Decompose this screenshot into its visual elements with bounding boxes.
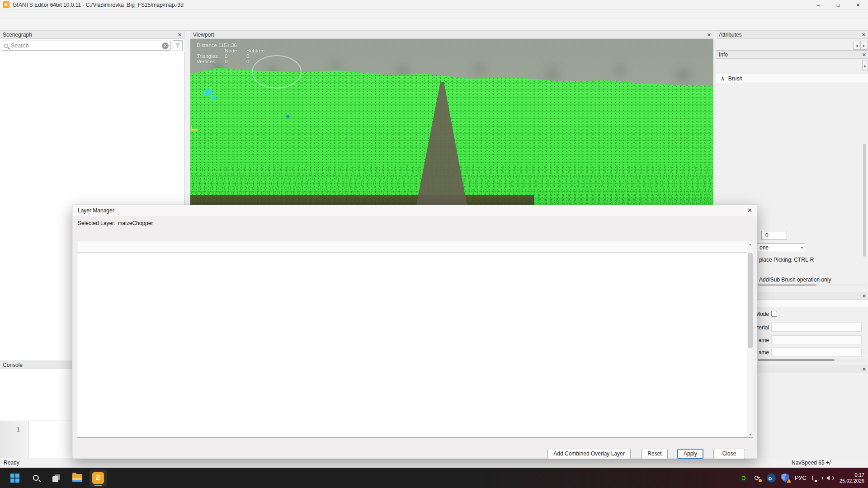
language-indicator[interactable]: РУС bbox=[795, 474, 807, 481]
windows-taskbar: Ƨ ⟳ РУС 0:17 25.02.2026 bbox=[0, 468, 868, 488]
network-tray-icon[interactable] bbox=[811, 474, 821, 483]
close-dialog-button[interactable]: Close bbox=[713, 449, 745, 459]
minimize-button[interactable]: – bbox=[808, 0, 828, 10]
viewport-close-icon[interactable]: ✕ bbox=[707, 31, 711, 39]
search-placeholder: Search bbox=[11, 42, 162, 49]
maximize-button[interactable]: □ bbox=[828, 0, 848, 10]
name-field-2[interactable] bbox=[771, 347, 862, 357]
search-icon bbox=[33, 475, 39, 481]
tab-scroll-right-icon[interactable]: ▸ bbox=[860, 41, 868, 50]
windows-logo-icon bbox=[10, 474, 19, 483]
addsub-hint-text: Add/Sub Brush operation only bbox=[759, 277, 831, 283]
scenegraph-header: Scenegraph ✕ bbox=[0, 31, 184, 39]
taskbar-clock[interactable]: 0:17 25.02.2026 bbox=[840, 472, 864, 484]
layer-table-scrollbar[interactable]: ▴ ▾ bbox=[747, 241, 753, 437]
reset-button[interactable]: Reset bbox=[642, 449, 668, 459]
info-tabs bbox=[716, 59, 868, 72]
layer-table-header bbox=[77, 241, 753, 253]
status-ready: Ready bbox=[4, 458, 19, 468]
attributes-tab-scroll: ◂▸ bbox=[853, 41, 868, 50]
info-close-icon[interactable]: ✕ bbox=[862, 51, 866, 59]
attributes-header: Attributes ✕ bbox=[716, 31, 868, 39]
scenegraph-close-icon[interactable]: ✕ bbox=[178, 31, 182, 39]
selected-layer-line: Selected Layer:maizeChopper bbox=[78, 220, 153, 226]
search-clear-icon[interactable]: ✕ bbox=[162, 42, 169, 49]
status-bar: Ready NavSpeed 65 +/- bbox=[0, 458, 868, 468]
layer-manager-titlebar[interactable]: Layer Manager ✕ bbox=[72, 205, 757, 216]
attributes-tabs bbox=[716, 39, 868, 51]
tab-scroll-left-icon[interactable]: ◂ bbox=[853, 41, 860, 50]
bottom-section-close-icon[interactable]: ✕ bbox=[862, 365, 866, 373]
yellow-marker bbox=[191, 126, 198, 131]
taskbar-apps: Ƨ bbox=[6, 468, 107, 488]
search-input[interactable]: Search ✕ bbox=[2, 41, 171, 51]
console-title: Console bbox=[3, 362, 23, 368]
selected-layer-value: maizeChopper bbox=[118, 220, 153, 226]
apply-button[interactable]: Apply bbox=[677, 449, 703, 459]
layer-manager-dialog: Layer Manager ✕ Selected Layer:maizeChop… bbox=[72, 205, 757, 459]
brush-section-title: Brush bbox=[728, 75, 742, 82]
attributes-close-icon[interactable]: ✕ bbox=[862, 31, 866, 39]
name-field-1[interactable] bbox=[771, 335, 862, 344]
add-combined-overlay-layer-button[interactable]: Add Combined Overlay Layer bbox=[547, 449, 631, 459]
active-app-indicator bbox=[94, 485, 102, 486]
paint-section-close-icon[interactable]: ✕ bbox=[862, 292, 866, 300]
attributes-title: Attributes bbox=[719, 32, 742, 38]
layer-manager-title: Layer Manager bbox=[78, 205, 114, 216]
volume-tray-icon[interactable] bbox=[826, 474, 835, 483]
sync-tray-icon[interactable]: ⟳ bbox=[753, 474, 762, 483]
scenegraph-search-row: Search ✕ bbox=[0, 39, 184, 52]
security-shield-tray-icon[interactable] bbox=[781, 474, 790, 483]
filter-button[interactable] bbox=[173, 40, 183, 51]
info-title: Info bbox=[719, 52, 728, 58]
brush-hscrollbar[interactable] bbox=[758, 284, 866, 286]
viewport-header: Viewport ✕ bbox=[190, 31, 713, 39]
tray-time: 0:17 bbox=[840, 472, 864, 478]
material-field[interactable] bbox=[771, 323, 862, 332]
taskbar-search-button[interactable] bbox=[27, 469, 44, 487]
nvidia-tray-icon[interactable] bbox=[739, 474, 748, 483]
app-icon: Ƨ bbox=[3, 1, 9, 8]
window-title: GIANTS Editor 64bit 10.0.11 - C:/Vladimi… bbox=[13, 0, 184, 10]
brush-section-toggle[interactable]: ∧Brush bbox=[716, 74, 868, 83]
title-bar[interactable]: Ƨ GIANTS Editor 64bit 10.0.11 - C:/Vladi… bbox=[0, 0, 868, 10]
task-view-icon bbox=[52, 474, 61, 483]
menu-bar bbox=[0, 10, 868, 19]
folder-icon bbox=[72, 474, 82, 482]
script-gutter: 1 bbox=[0, 421, 29, 459]
info-section-header: Info ✕ bbox=[716, 51, 868, 59]
paint-hscrollbar[interactable] bbox=[758, 359, 866, 361]
task-view-button[interactable] bbox=[48, 469, 65, 487]
blue-marker bbox=[286, 115, 289, 118]
start-button[interactable] bbox=[6, 469, 24, 487]
line-number: 1 bbox=[0, 427, 20, 433]
brush-extra-field[interactable]: 0 bbox=[761, 231, 787, 240]
picking-hint-text: place Picking: CTRL-R bbox=[759, 257, 814, 263]
giants-editor-taskbar-button[interactable]: Ƨ bbox=[90, 469, 107, 487]
viewport-title: Viewport bbox=[193, 32, 214, 38]
scenegraph-title: Scenegraph bbox=[3, 32, 32, 38]
info-tab-scroll-right-icon[interactable]: ▸ bbox=[862, 61, 868, 70]
filter-funnel-icon bbox=[175, 43, 180, 48]
status-navspeed: NavSpeed 65 +/- bbox=[792, 458, 832, 468]
layer-manager-close-icon[interactable]: ✕ bbox=[747, 205, 752, 216]
close-button[interactable]: ✕ bbox=[848, 0, 868, 10]
horizon-haze bbox=[190, 39, 191, 39]
file-explorer-button[interactable] bbox=[69, 469, 86, 487]
scroll-up-icon[interactable]: ▴ bbox=[747, 241, 753, 247]
scroll-down-icon[interactable]: ▾ bbox=[747, 432, 753, 437]
scrollbar-thumb[interactable] bbox=[748, 253, 753, 348]
steam-tray-icon[interactable] bbox=[767, 474, 776, 483]
toolbar bbox=[0, 19, 868, 31]
layer-table: ▴ ▾ bbox=[77, 241, 753, 438]
mode-checkbox[interactable] bbox=[771, 311, 777, 317]
window-controls: – □ ✕ bbox=[808, 0, 868, 10]
giants-editor-icon: Ƨ bbox=[92, 472, 104, 484]
brush-circle-overlay bbox=[252, 55, 302, 89]
attributes-scrollbar[interactable] bbox=[863, 76, 866, 284]
search-icon bbox=[4, 44, 8, 48]
tray-date: 25.02.2026 bbox=[840, 478, 864, 484]
system-tray: ⟳ РУС 0:17 25.02.2026 bbox=[739, 468, 864, 488]
brush-extra-dropdown[interactable]: one▾ bbox=[755, 243, 805, 252]
giants-editor-window: Ƨ GIANTS Editor 64bit 10.0.11 - C:/Vladi… bbox=[0, 0, 868, 488]
